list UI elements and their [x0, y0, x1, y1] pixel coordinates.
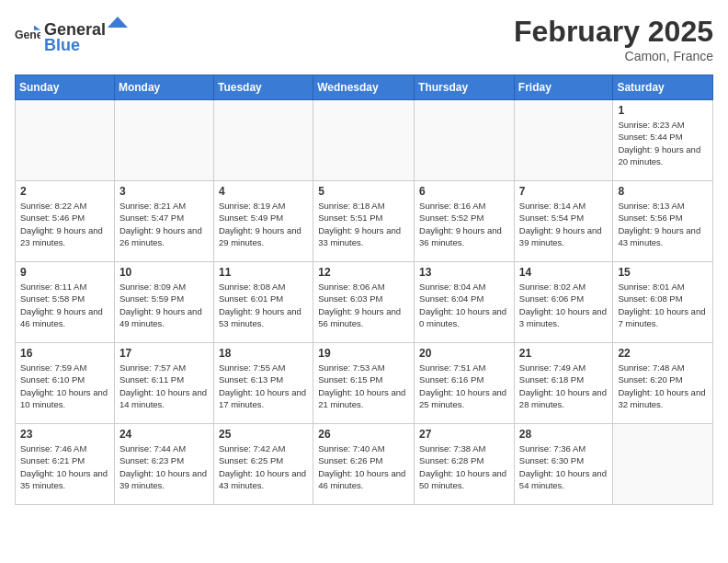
calendar-week-row: 1Sunrise: 8:23 AM Sunset: 5:44 PM Daylig… — [16, 100, 713, 181]
day-number: 17 — [119, 347, 209, 360]
weekday-header-friday: Friday — [514, 75, 613, 100]
calendar-cell: 19Sunrise: 7:53 AM Sunset: 6:15 PM Dayli… — [313, 343, 415, 424]
day-info: Sunrise: 8:02 AM Sunset: 6:06 PM Dayligh… — [519, 281, 609, 329]
day-number: 20 — [419, 347, 509, 360]
day-number: 27 — [419, 428, 509, 441]
day-info: Sunrise: 8:13 AM Sunset: 5:56 PM Dayligh… — [618, 200, 708, 248]
calendar-cell: 1Sunrise: 8:23 AM Sunset: 5:44 PM Daylig… — [613, 100, 713, 181]
day-info: Sunrise: 8:09 AM Sunset: 5:59 PM Dayligh… — [119, 281, 209, 329]
calendar-cell: 14Sunrise: 8:02 AM Sunset: 6:06 PM Dayli… — [514, 262, 613, 343]
weekday-header-wednesday: Wednesday — [313, 75, 415, 100]
day-info: Sunrise: 7:51 AM Sunset: 6:16 PM Dayligh… — [419, 362, 509, 410]
day-number: 8 — [618, 185, 708, 198]
calendar-cell — [114, 100, 213, 181]
calendar-cell: 22Sunrise: 7:48 AM Sunset: 6:20 PM Dayli… — [613, 343, 713, 424]
weekday-header-sunday: Sunday — [16, 75, 115, 100]
day-info: Sunrise: 8:04 AM Sunset: 6:04 PM Dayligh… — [419, 281, 509, 329]
day-info: Sunrise: 8:11 AM Sunset: 5:58 PM Dayligh… — [20, 281, 109, 329]
calendar-cell: 26Sunrise: 7:40 AM Sunset: 6:26 PM Dayli… — [313, 424, 415, 505]
day-info: Sunrise: 7:49 AM Sunset: 6:18 PM Dayligh… — [519, 362, 609, 410]
day-number: 3 — [119, 185, 209, 198]
day-number: 5 — [318, 185, 409, 198]
day-info: Sunrise: 7:57 AM Sunset: 6:11 PM Dayligh… — [119, 362, 209, 410]
calendar-cell: 27Sunrise: 7:38 AM Sunset: 6:28 PM Dayli… — [415, 424, 515, 505]
day-info: Sunrise: 8:23 AM Sunset: 5:44 PM Dayligh… — [618, 119, 708, 167]
calendar-cell: 28Sunrise: 7:36 AM Sunset: 6:30 PM Dayli… — [514, 424, 613, 505]
day-info: Sunrise: 7:38 AM Sunset: 6:28 PM Dayligh… — [419, 442, 509, 491]
calendar-cell: 16Sunrise: 7:59 AM Sunset: 6:10 PM Dayli… — [16, 343, 115, 424]
calendar-subtitle: Camon, France — [514, 49, 713, 63]
calendar-cell — [16, 100, 115, 181]
logo-blue: Blue — [44, 36, 80, 54]
calendar-cell — [313, 100, 415, 181]
calendar-week-row: 16Sunrise: 7:59 AM Sunset: 6:10 PM Dayli… — [16, 343, 713, 424]
calendar-week-row: 2Sunrise: 8:22 AM Sunset: 5:46 PM Daylig… — [16, 181, 713, 262]
weekday-header-saturday: Saturday — [613, 75, 713, 100]
day-info: Sunrise: 8:14 AM Sunset: 5:54 PM Dayligh… — [519, 200, 609, 248]
page-header: General General Blue February 2025 Camon… — [15, 15, 713, 63]
calendar-cell — [415, 100, 515, 181]
weekday-header-monday: Monday — [114, 75, 213, 100]
day-info: Sunrise: 8:21 AM Sunset: 5:47 PM Dayligh… — [119, 200, 209, 248]
day-number: 2 — [20, 185, 109, 198]
calendar-cell: 13Sunrise: 8:04 AM Sunset: 6:04 PM Dayli… — [415, 262, 515, 343]
calendar-cell: 25Sunrise: 7:42 AM Sunset: 6:25 PM Dayli… — [213, 424, 313, 505]
day-info: Sunrise: 8:06 AM Sunset: 6:03 PM Dayligh… — [318, 281, 409, 329]
day-info: Sunrise: 8:18 AM Sunset: 5:51 PM Dayligh… — [318, 200, 409, 248]
day-info: Sunrise: 8:19 AM Sunset: 5:49 PM Dayligh… — [219, 200, 308, 248]
calendar-cell: 18Sunrise: 7:55 AM Sunset: 6:13 PM Dayli… — [213, 343, 313, 424]
logo: General General Blue — [15, 15, 130, 55]
day-info: Sunrise: 8:16 AM Sunset: 5:52 PM Dayligh… — [419, 200, 509, 248]
calendar-cell: 2Sunrise: 8:22 AM Sunset: 5:46 PM Daylig… — [16, 181, 115, 262]
logo-icon: General — [15, 22, 40, 48]
day-info: Sunrise: 7:40 AM Sunset: 6:26 PM Dayligh… — [318, 442, 409, 491]
calendar-cell: 12Sunrise: 8:06 AM Sunset: 6:03 PM Dayli… — [313, 262, 415, 343]
day-number: 1 — [618, 104, 708, 117]
day-number: 4 — [219, 185, 308, 198]
calendar-week-row: 23Sunrise: 7:46 AM Sunset: 6:21 PM Dayli… — [16, 424, 713, 505]
day-number: 28 — [519, 428, 609, 441]
calendar-cell: 17Sunrise: 7:57 AM Sunset: 6:11 PM Dayli… — [114, 343, 213, 424]
calendar-cell: 6Sunrise: 8:16 AM Sunset: 5:52 PM Daylig… — [415, 181, 515, 262]
day-info: Sunrise: 7:46 AM Sunset: 6:21 PM Dayligh… — [20, 442, 109, 491]
day-number: 10 — [119, 266, 209, 279]
calendar-cell: 5Sunrise: 8:18 AM Sunset: 5:51 PM Daylig… — [313, 181, 415, 262]
day-info: Sunrise: 8:01 AM Sunset: 6:08 PM Dayligh… — [618, 281, 708, 329]
day-info: Sunrise: 7:48 AM Sunset: 6:20 PM Dayligh… — [618, 362, 708, 410]
day-number: 15 — [618, 266, 708, 279]
day-number: 12 — [318, 266, 409, 279]
calendar-cell — [613, 424, 713, 505]
calendar-cell: 15Sunrise: 8:01 AM Sunset: 6:08 PM Dayli… — [613, 262, 713, 343]
day-info: Sunrise: 7:44 AM Sunset: 6:23 PM Dayligh… — [119, 442, 209, 491]
calendar-week-row: 9Sunrise: 8:11 AM Sunset: 5:58 PM Daylig… — [16, 262, 713, 343]
calendar-cell: 21Sunrise: 7:49 AM Sunset: 6:18 PM Dayli… — [514, 343, 613, 424]
weekday-header-row: SundayMondayTuesdayWednesdayThursdayFrid… — [16, 75, 713, 100]
calendar-cell: 20Sunrise: 7:51 AM Sunset: 6:16 PM Dayli… — [415, 343, 515, 424]
day-number: 24 — [119, 428, 209, 441]
logo-triangle-icon — [108, 15, 128, 35]
weekday-header-tuesday: Tuesday — [213, 75, 313, 100]
calendar-table: SundayMondayTuesdayWednesdayThursdayFrid… — [15, 75, 713, 505]
day-info: Sunrise: 7:55 AM Sunset: 6:13 PM Dayligh… — [219, 362, 308, 410]
day-number: 21 — [519, 347, 609, 360]
day-info: Sunrise: 7:53 AM Sunset: 6:15 PM Dayligh… — [318, 362, 409, 410]
day-info: Sunrise: 8:22 AM Sunset: 5:46 PM Dayligh… — [20, 200, 109, 248]
day-number: 16 — [20, 347, 109, 360]
calendar-cell: 11Sunrise: 8:08 AM Sunset: 6:01 PM Dayli… — [213, 262, 313, 343]
title-block: February 2025 Camon, France — [514, 15, 713, 63]
svg-marker-2 — [108, 17, 128, 28]
day-number: 6 — [419, 185, 509, 198]
day-number: 25 — [219, 428, 308, 441]
day-number: 23 — [20, 428, 109, 441]
day-number: 11 — [219, 266, 308, 279]
calendar-cell: 8Sunrise: 8:13 AM Sunset: 5:56 PM Daylig… — [613, 181, 713, 262]
calendar-cell: 7Sunrise: 8:14 AM Sunset: 5:54 PM Daylig… — [514, 181, 613, 262]
day-number: 14 — [519, 266, 609, 279]
day-info: Sunrise: 7:59 AM Sunset: 6:10 PM Dayligh… — [20, 362, 109, 410]
day-number: 19 — [318, 347, 409, 360]
calendar-title: February 2025 — [514, 15, 713, 49]
day-info: Sunrise: 7:42 AM Sunset: 6:25 PM Dayligh… — [219, 442, 308, 491]
calendar-cell: 10Sunrise: 8:09 AM Sunset: 5:59 PM Dayli… — [114, 262, 213, 343]
calendar-cell: 9Sunrise: 8:11 AM Sunset: 5:58 PM Daylig… — [16, 262, 115, 343]
day-number: 18 — [219, 347, 308, 360]
